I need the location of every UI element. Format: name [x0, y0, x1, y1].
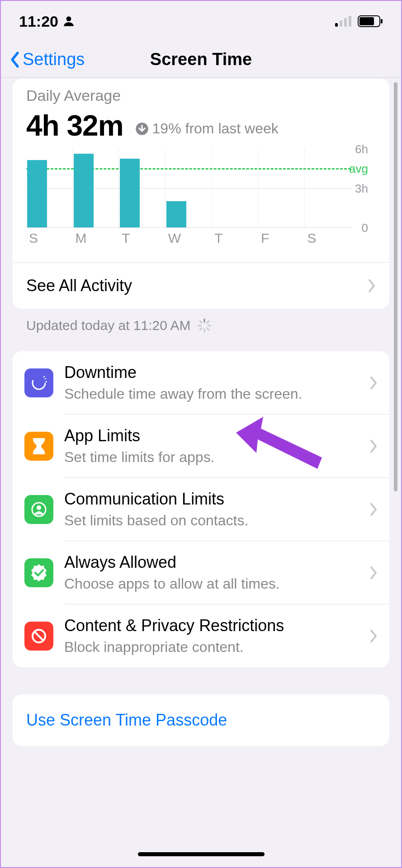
- chart-x-tick: S: [26, 231, 73, 246]
- hourglass-icon: [24, 432, 53, 461]
- svg-point-17: [33, 377, 45, 389]
- row-subtitle: Set time limits for apps.: [64, 449, 359, 466]
- nav-bar: Settings Screen Time: [1, 42, 401, 78]
- svg-line-16: [200, 321, 202, 323]
- row-title: Always Allowed: [64, 553, 359, 572]
- spinner-icon: [197, 318, 212, 333]
- use-passcode-label: Use Screen Time Passcode: [26, 711, 227, 729]
- svg-point-0: [66, 16, 71, 21]
- usage-chart[interactable]: 6havg3h0 SMTWTFS: [13, 142, 389, 246]
- see-all-label: See All Activity: [26, 276, 132, 295]
- person-icon: [63, 15, 75, 27]
- status-time: 11:20: [19, 13, 58, 30]
- updated-row: Updated today at 11:20 AM: [1, 309, 401, 351]
- row-subtitle: Set limits based on contacts.: [64, 512, 359, 529]
- summary-card: Daily Average 4h 32m 19% from last week …: [13, 79, 389, 309]
- chart-x-tick: W: [166, 231, 212, 246]
- row-title: Communication Limits: [64, 490, 359, 509]
- svg-line-12: [207, 328, 208, 330]
- chart-x-tick: S: [304, 231, 351, 246]
- chart-x-tick: F: [258, 231, 305, 246]
- row-title: Content & Privacy Restrictions: [64, 616, 359, 635]
- chevron-left-icon: [10, 52, 20, 68]
- chart-y-tick: 0: [362, 221, 368, 235]
- svg-rect-1: [335, 23, 338, 27]
- use-passcode-button[interactable]: Use Screen Time Passcode: [13, 694, 389, 746]
- row-subtitle: Choose apps to allow at all times.: [64, 576, 359, 592]
- delta-text: 19% from last week: [152, 120, 279, 137]
- row-title: Downtime: [64, 363, 359, 382]
- person-circle-icon: [24, 495, 53, 524]
- chevron-right-icon: [369, 629, 378, 643]
- clock-icon: [24, 368, 53, 397]
- battery-icon: [358, 15, 383, 27]
- chart-y-tick: 6h: [355, 142, 368, 156]
- row-content-privacy[interactable]: Content & Privacy RestrictionsBlock inap…: [13, 604, 389, 667]
- row-always-allowed[interactable]: Always AllowedChoose apps to allow at al…: [13, 541, 389, 604]
- row-communication-limits[interactable]: Communication LimitsSet limits based on …: [13, 478, 389, 541]
- daily-average-label: Daily Average: [26, 87, 376, 104]
- chart-x-tick: T: [212, 231, 258, 246]
- settings-list: DowntimeSchedule time away from the scre…: [13, 351, 389, 667]
- row-subtitle: Schedule time away from the screen.: [64, 386, 359, 402]
- chart-x-tick: M: [73, 231, 119, 246]
- delta-row: 19% from last week: [135, 120, 279, 137]
- row-downtime[interactable]: DowntimeSchedule time away from the scre…: [13, 351, 389, 414]
- see-all-activity[interactable]: See All Activity: [13, 263, 389, 309]
- chart-y-tick: 3h: [355, 182, 368, 196]
- chart-y-tick: avg: [349, 162, 368, 176]
- daily-average-value: 4h 32m: [26, 109, 123, 142]
- updated-text: Updated today at 11:20 AM: [26, 318, 191, 333]
- home-indicator: [138, 852, 265, 856]
- svg-line-14: [200, 328, 202, 330]
- svg-rect-3: [344, 18, 347, 27]
- svg-rect-4: [349, 16, 351, 27]
- back-button[interactable]: Settings: [10, 50, 85, 69]
- chevron-right-icon: [368, 279, 376, 292]
- svg-rect-6: [359, 17, 374, 25]
- chart-x-tick: T: [119, 231, 166, 246]
- svg-line-18: [43, 376, 45, 377]
- no-entry-icon: [24, 622, 53, 651]
- chart-bar: [27, 160, 47, 227]
- back-label: Settings: [23, 50, 85, 69]
- chevron-right-icon: [369, 566, 378, 580]
- checkmark-seal-icon: [24, 558, 53, 587]
- row-subtitle: Block inappropriate content.: [64, 639, 359, 656]
- chart-bar: [166, 201, 186, 227]
- svg-line-20: [45, 382, 47, 382]
- arrow-down-circle-icon: [135, 122, 149, 136]
- row-title: App Limits: [64, 426, 359, 445]
- svg-line-19: [45, 378, 46, 379]
- svg-rect-7: [381, 19, 383, 24]
- svg-line-24: [34, 632, 43, 641]
- svg-line-10: [207, 321, 208, 323]
- chart-bar: [74, 154, 94, 227]
- chevron-right-icon: [369, 439, 378, 453]
- svg-rect-2: [340, 20, 342, 27]
- chevron-right-icon: [369, 376, 378, 390]
- status-bar: 11:20: [1, 1, 401, 42]
- cellular-icon: [335, 16, 353, 27]
- chart-bar: [120, 159, 140, 227]
- scroll-indicator: [394, 82, 397, 491]
- chevron-right-icon: [369, 503, 378, 516]
- row-app-limits[interactable]: App LimitsSet time limits for apps.: [13, 415, 389, 477]
- svg-point-22: [37, 505, 41, 510]
